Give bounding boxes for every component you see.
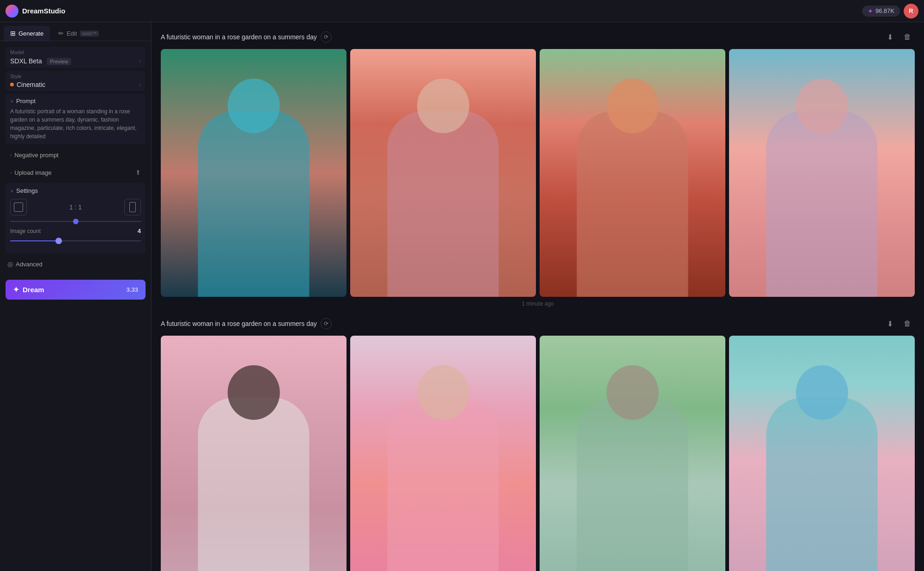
- app-name: DreamStudio: [22, 7, 65, 15]
- soon-badge: soon™: [80, 31, 99, 37]
- gen-header-1: A futuristic woman in a rose garden on a…: [161, 30, 915, 44]
- credits-value: 96.87K: [875, 7, 894, 14]
- tab-generate-label: Generate: [18, 30, 43, 37]
- negative-prompt-label: Negative prompt: [14, 152, 58, 159]
- aspect-slider-thumb[interactable]: [73, 219, 79, 224]
- aspect-portrait-icon: [129, 202, 136, 212]
- credits-badge[interactable]: ✦ 96.87K: [862, 6, 900, 17]
- gen-timestamp-1: 1 minute ago: [161, 301, 915, 307]
- generation-group-2: A futuristic woman in a rose garden on a…: [161, 316, 915, 571]
- prompt-chevron-icon: ∨: [10, 98, 13, 104]
- advanced-section[interactable]: ◎ Advanced: [6, 258, 146, 270]
- upload-chevron-icon: ›: [10, 170, 12, 175]
- aspect-ratio-value: 1 : 1: [31, 203, 120, 211]
- image-count-label: Image count: [10, 228, 41, 234]
- gen-download-btn-1[interactable]: ⬇: [882, 30, 897, 44]
- style-color-dot: [10, 83, 14, 86]
- tab-bar: ⊞ Generate ✏ Edit soon™: [0, 22, 151, 41]
- dream-button-label: Dream: [23, 286, 44, 294]
- settings-section: ∨ Settings 1 : 1: [6, 183, 146, 254]
- settings-chevron-icon: ∨: [10, 188, 13, 193]
- image-cell-7[interactable]: [540, 336, 725, 571]
- image-cell-1[interactable]: [161, 49, 346, 297]
- image-count-slider-fill: [10, 240, 59, 241]
- prompt-header: ∨ Prompt: [10, 98, 141, 104]
- image-cell-3[interactable]: [540, 49, 725, 297]
- upload-arrow-icon: ⬆: [135, 169, 141, 176]
- user-avatar[interactable]: R: [904, 4, 918, 18]
- main-content: A futuristic woman in a rose garden on a…: [152, 22, 924, 571]
- gen-delete-btn-1[interactable]: 🗑: [900, 30, 915, 44]
- upload-image-header: › Upload image ⬆: [10, 169, 141, 176]
- image-cell-8[interactable]: [729, 336, 915, 571]
- upload-image-section[interactable]: › Upload image ⬆: [6, 165, 146, 180]
- aspect-portrait-button[interactable]: [124, 199, 141, 215]
- image-cell-6[interactable]: [350, 336, 536, 571]
- gen-prompt-row-1: A futuristic woman in a rose garden on a…: [161, 31, 332, 43]
- model-preview-badge: Preview: [47, 58, 71, 65]
- upload-image-title: › Upload image: [10, 169, 52, 176]
- image-grid-1: [161, 49, 915, 297]
- aspect-square-button[interactable]: [10, 199, 27, 215]
- image-cell-2[interactable]: [350, 49, 536, 297]
- tab-generate[interactable]: ⊞ Generate: [4, 26, 50, 41]
- image-count-slider-container: [10, 237, 141, 245]
- tab-edit[interactable]: ✏ Edit soon™: [52, 26, 105, 41]
- gen-prompt-text-1: A futuristic woman in a rose garden on a…: [161, 33, 317, 41]
- image-count-slider-thumb[interactable]: [55, 238, 62, 244]
- negative-prompt-section[interactable]: › Negative prompt: [6, 148, 146, 162]
- gen-refresh-btn-2[interactable]: ⟳: [321, 318, 332, 329]
- gen-prompt-text-2: A futuristic woman in a rose garden on a…: [161, 320, 317, 327]
- aspect-ratio-slider[interactable]: [10, 221, 141, 222]
- advanced-eye-icon: ◎: [7, 260, 13, 268]
- prompt-text[interactable]: A futuristic portrait of a woman standin…: [10, 107, 141, 141]
- gen-header-2: A futuristic woman in a rose garden on a…: [161, 316, 915, 331]
- image-grid-2: [161, 336, 915, 571]
- generate-tab-icon: ⊞: [10, 30, 16, 37]
- prompt-section[interactable]: ∨ Prompt A futuristic portrait of a woma…: [6, 94, 146, 144]
- settings-header[interactable]: ∨ Settings: [10, 187, 141, 194]
- model-chevron-icon: ›: [140, 59, 141, 64]
- image-count-value: 4: [138, 227, 141, 234]
- negative-prompt-chevron-icon: ›: [10, 153, 12, 158]
- image-cell-5[interactable]: [161, 336, 346, 571]
- header-right: ✦ 96.87K R: [862, 4, 918, 18]
- model-name: SDXL Beta: [10, 57, 42, 65]
- gen-download-btn-2[interactable]: ⬇: [882, 316, 897, 331]
- image-count-row: Image count 4: [10, 227, 141, 234]
- sidebar: ⊞ Generate ✏ Edit soon™ Model SDXL Beta …: [0, 22, 152, 571]
- negative-prompt-title: › Negative prompt: [10, 152, 59, 159]
- style-name: Cinematic: [17, 81, 45, 88]
- dream-button[interactable]: ✦ Dream 3.33: [6, 280, 146, 300]
- gen-actions-1: ⬇ 🗑: [882, 30, 915, 44]
- style-section[interactable]: Style Cinematic ›: [6, 71, 146, 91]
- gen-prompt-row-2: A futuristic woman in a rose garden on a…: [161, 318, 332, 329]
- app-header: DreamStudio ✦ 96.87K R: [0, 0, 924, 22]
- advanced-label: Advanced: [16, 261, 43, 268]
- model-name-group: SDXL Beta Preview: [10, 57, 71, 65]
- style-name-group: Cinematic: [10, 81, 45, 88]
- credits-icon: ✦: [868, 7, 873, 15]
- aspect-ratio-row: 1 : 1: [10, 199, 141, 215]
- negative-prompt-header: › Negative prompt: [10, 152, 141, 159]
- gen-actions-2: ⬇ 🗑: [882, 316, 915, 331]
- image-cell-4[interactable]: [729, 49, 915, 297]
- style-label: Style: [10, 74, 141, 79]
- dream-cost: 3.33: [127, 286, 138, 293]
- tab-edit-label: Edit: [67, 30, 77, 37]
- upload-right: ⬆: [135, 169, 141, 176]
- settings-label: Settings: [16, 187, 38, 194]
- prompt-label: Prompt: [16, 98, 36, 104]
- gen-refresh-btn-1[interactable]: ⟳: [321, 31, 332, 43]
- style-chevron-icon: ›: [140, 82, 141, 87]
- edit-tab-icon: ✏: [58, 30, 64, 37]
- sidebar-content: Model SDXL Beta Preview › Style Cinemati…: [0, 41, 151, 276]
- dream-sparkle-icon: ✦: [13, 285, 19, 294]
- model-section[interactable]: Model SDXL Beta Preview ›: [6, 47, 146, 68]
- aspect-square-icon: [14, 203, 23, 212]
- main-layout: ⊞ Generate ✏ Edit soon™ Model SDXL Beta …: [0, 22, 924, 571]
- gen-delete-btn-2[interactable]: 🗑: [900, 316, 915, 331]
- model-label: Model: [10, 49, 141, 55]
- upload-image-label: Upload image: [14, 169, 51, 176]
- model-row: SDXL Beta Preview ›: [10, 57, 141, 65]
